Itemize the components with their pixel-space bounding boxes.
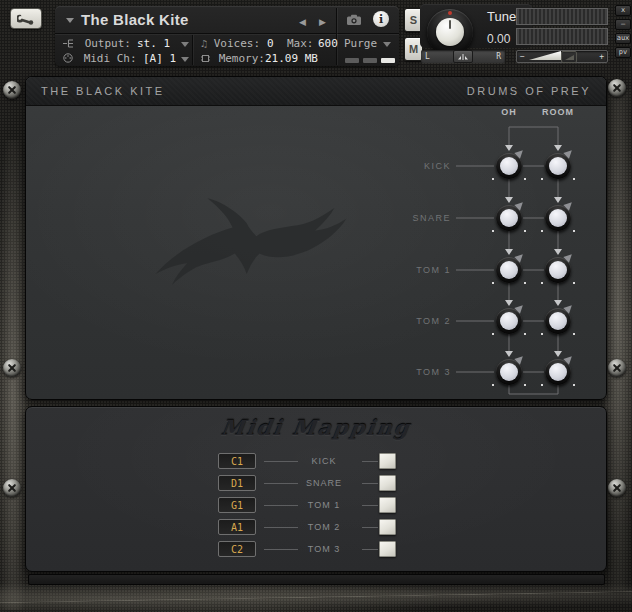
memory-readout: Memory: 21.09 MB [201, 52, 265, 65]
output-selector[interactable]: Output: st. 1 [63, 37, 131, 50]
knob-cap [549, 157, 567, 175]
knob-cap [549, 312, 567, 330]
remove-button[interactable]: x [615, 5, 631, 16]
screw [608, 479, 626, 497]
knob-bezel [545, 308, 571, 334]
knob-min-dot [492, 178, 494, 180]
midi-mapping-title: Midi Mapping [24, 415, 608, 440]
output-caret-icon[interactable] [181, 42, 189, 47]
snare-oh-knob[interactable] [496, 205, 522, 231]
kick-oh-knob[interactable] [496, 153, 522, 179]
midi-channel-selector[interactable]: Midi Ch: [A] 1 [63, 52, 137, 65]
knob-cap [500, 261, 518, 279]
grunge-right [604, 90, 632, 590]
tom3-oh-knob[interactable] [496, 359, 522, 385]
knob-cap [500, 363, 518, 381]
tom1-room-knob[interactable] [545, 257, 571, 283]
tom2-room-knob[interactable] [545, 308, 571, 334]
volume-plus-label: + [599, 52, 604, 61]
pv-button[interactable]: pv [615, 47, 631, 58]
knob-min-dot [492, 230, 494, 232]
edit-wrench-button[interactable] [10, 8, 42, 29]
midi-caret-icon[interactable] [181, 57, 189, 62]
level-meters [516, 8, 608, 46]
knob-bezel [496, 257, 522, 283]
main-panel: THE BLACK KITE DRUMS OF PREY OH ROOM KIC… [25, 76, 607, 400]
output-jack-icon [63, 37, 81, 50]
mixer-row-label-snare: SNARE [326, 212, 451, 224]
voices-readout: ♫ Voices: 0 Max: 600 [201, 37, 260, 50]
map-button-tom3[interactable] [379, 541, 396, 557]
collapse-caret-icon[interactable] [66, 18, 74, 23]
map-drum-tom1: TOM 1 [292, 499, 356, 511]
bottom-rail [28, 574, 605, 585]
map-button-tom1[interactable] [379, 497, 396, 513]
knob-bezel [496, 359, 522, 385]
keybox-tom1[interactable]: G1 [218, 497, 256, 513]
midi-din-icon [63, 52, 80, 65]
purge-caret-icon[interactable] [383, 42, 391, 47]
aux-button[interactable]: aux [615, 33, 631, 44]
purge-meter-bar [345, 58, 359, 63]
purge-menu[interactable]: Purge [344, 37, 377, 50]
map-line [362, 483, 378, 484]
volume-slider[interactable]: − + [516, 50, 608, 63]
output-label: Output: [85, 37, 131, 50]
map-line [362, 461, 378, 462]
keybox-snare[interactable]: D1 [218, 475, 256, 491]
knob-max-dot [524, 230, 526, 232]
meter-left [516, 8, 608, 25]
knob-max-dot [573, 282, 575, 284]
knob-max-dot [573, 230, 575, 232]
knob-min-dot [541, 333, 543, 335]
knob-cap [500, 209, 518, 227]
map-line [362, 505, 378, 506]
camera-icon [346, 14, 362, 26]
knob-max-dot [573, 178, 575, 180]
remove-label: x [621, 7, 625, 14]
prev-instrument-icon[interactable]: ◀ [299, 17, 306, 27]
keybox-tom3[interactable]: C2 [218, 541, 256, 557]
knob-min-dot [492, 333, 494, 335]
tom3-room-knob[interactable] [545, 359, 571, 385]
midi-value: [A] 1 [143, 52, 176, 65]
screw [608, 359, 626, 377]
key-label: C2 [231, 544, 243, 555]
memory-value: 21.09 MB [265, 52, 318, 65]
screw [3, 479, 21, 497]
screw [608, 79, 626, 97]
pan-slider[interactable]: L R [421, 50, 505, 63]
keybox-tom2[interactable]: A1 [218, 519, 256, 535]
snapshot-camera-button[interactable] [340, 9, 368, 30]
divider [192, 35, 193, 65]
keybox-kick[interactable]: C1 [218, 453, 256, 469]
instrument-title[interactable]: The Black Kite [81, 11, 189, 28]
tune-value[interactable]: 0.00 [487, 32, 510, 46]
instrument-rack-header: The Black Kite ◀ ▶ i Output: st. 1 ♫ Voi… [55, 6, 399, 66]
tom1-oh-knob[interactable] [496, 257, 522, 283]
map-drum-kick: KICK [292, 455, 356, 467]
map-button-kick[interactable] [379, 453, 396, 469]
pan-right-label: R [496, 52, 501, 61]
map-button-tom2[interactable] [379, 519, 396, 535]
tune-knob-cap [436, 18, 464, 46]
mute-label: M [409, 43, 418, 55]
snare-room-knob[interactable] [545, 205, 571, 231]
routing-lines [26, 77, 608, 401]
knob-max-dot [524, 384, 526, 386]
volume-handle[interactable] [561, 51, 577, 63]
tom2-oh-knob[interactable] [496, 308, 522, 334]
next-instrument-icon[interactable]: ▶ [319, 17, 326, 27]
tune-knob[interactable] [427, 9, 473, 55]
info-button[interactable]: i [373, 11, 389, 27]
knob-bezel [545, 359, 571, 385]
pv-label: pv [619, 49, 627, 56]
knob-bezel [496, 153, 522, 179]
minimize-button[interactable]: — [615, 19, 631, 30]
mixer-row-label-tom2: TOM 2 [326, 315, 451, 327]
pan-handle[interactable] [453, 50, 473, 63]
key-label: D1 [231, 478, 243, 489]
memory-chip-icon [201, 52, 217, 65]
map-button-snare[interactable] [379, 475, 396, 491]
kick-room-knob[interactable] [545, 153, 571, 179]
